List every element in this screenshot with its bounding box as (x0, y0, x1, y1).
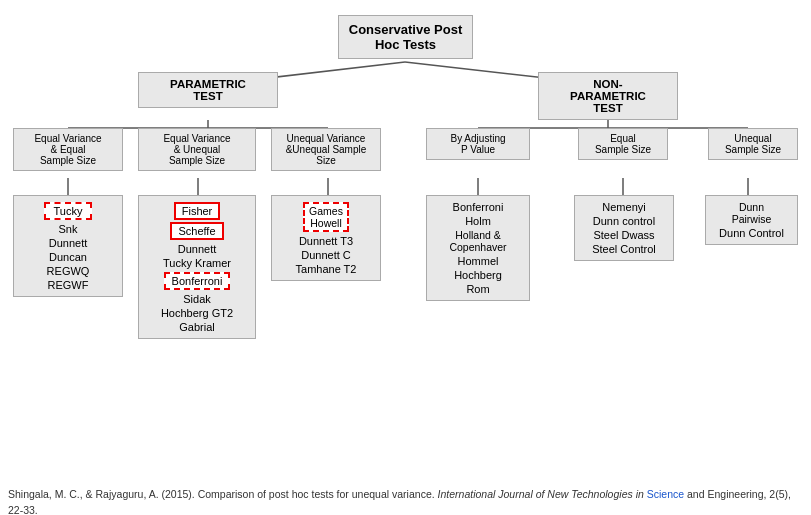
rom-item: Rom (433, 282, 523, 296)
dunnett2-item: Dunnett (145, 242, 249, 256)
gabrial-item: Gabrial (145, 320, 249, 334)
citation-link: Science (647, 488, 684, 500)
scheffe-item: Scheffe (170, 222, 223, 240)
dunn-control2-item: Dunn Control (712, 226, 791, 240)
cat-by-adjusting: By AdjustingP Value (426, 128, 530, 160)
cat-equal-var-unequal-sample: Equal Variance& UnequalSample Size (138, 128, 256, 171)
list-equal-var-unequal: Fisher Scheffe Dunnett Tucky Kramer Bonf… (138, 195, 256, 339)
fisher-item: Fisher (174, 202, 221, 220)
dunnett-t3-item: Dunnett T3 (278, 234, 374, 248)
sidak-item: Sidak (145, 292, 249, 306)
connector-lines (8, 10, 803, 475)
diagram: Conservative Post Hoc Tests PARAMETRICTE… (8, 10, 803, 475)
tucky-item: Tucky (44, 202, 93, 220)
list-unequal-var: GamesHowell Dunnett T3 Dunnett C Tamhane… (271, 195, 381, 281)
duncan-item: Duncan (20, 250, 116, 264)
page-wrapper: Conservative Post Hoc Tests PARAMETRICTE… (0, 0, 811, 515)
hochberg2-item: Hochberg (433, 268, 523, 282)
cat-equal-var-equal-sample: Equal Variance& EqualSample Size (13, 128, 123, 171)
steel-control-item: Steel Control (581, 242, 667, 256)
dunn-control-item: Dunn control (581, 214, 667, 228)
citation: Shingala, M. C., & Rajyaguru, A. (2015).… (8, 483, 803, 515)
list-unequal-sample: DunnPairwise Dunn Control (705, 195, 798, 245)
games-howell-item: GamesHowell (303, 202, 349, 232)
hochberg-gt2-item: Hochberg GT2 (145, 306, 249, 320)
snk-item: Snk (20, 222, 116, 236)
list-equal-sample: Nemenyi Dunn control Steel Dwass Steel C… (574, 195, 674, 261)
cat-unequal-var: Unequal Variance&Unequal SampleSize (271, 128, 381, 171)
dunn-pairwise-item: DunnPairwise (712, 200, 791, 226)
bonferroni-item: Bonferroni (164, 272, 231, 290)
cat-equal-sample: EqualSample Size (578, 128, 668, 160)
list-by-adjusting: Bonferroni Holm Holland &Copenhaver Homm… (426, 195, 530, 301)
regwq-item: REGWQ (20, 264, 116, 278)
nonparametric-node: NON-PARAMETRICTEST (538, 72, 678, 120)
bonferroni2-item: Bonferroni (433, 200, 523, 214)
steel-dwass-item: Steel Dwass (581, 228, 667, 242)
tamhane-t2-item: Tamhane T2 (278, 262, 374, 276)
tucky-kramer-item: Tucky Kramer (145, 256, 249, 270)
dunnett-c-item: Dunnett C (278, 248, 374, 262)
parametric-node: PARAMETRICTEST (138, 72, 278, 108)
dunnett-item: Dunnett (20, 236, 116, 250)
nemenyi-item: Nemenyi (581, 200, 667, 214)
list-equal-var-equal: Tucky Snk Dunnett Duncan REGWQ REGWF (13, 195, 123, 297)
citation-text: Shingala, M. C., & Rajyaguru, A. (2015).… (8, 488, 791, 515)
holm-item: Holm (433, 214, 523, 228)
cat-unequal-sample: UnequalSample Size (708, 128, 798, 160)
holland-item: Holland &Copenhaver (433, 228, 523, 254)
root-node: Conservative Post Hoc Tests (338, 15, 473, 59)
hommel-item: Hommel (433, 254, 523, 268)
regwf-item: REGWF (20, 278, 116, 292)
